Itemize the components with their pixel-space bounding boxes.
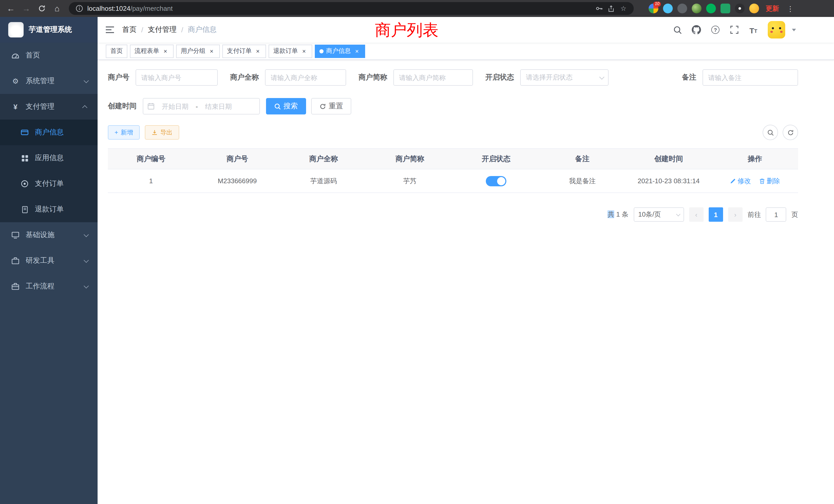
tab-process-form[interactable]: 流程表单× bbox=[130, 44, 174, 58]
extension-icon[interactable] bbox=[721, 4, 730, 13]
extension-icon[interactable]: 10 bbox=[649, 4, 658, 13]
sidebar-item-label: 研发工具 bbox=[26, 256, 54, 265]
help-icon[interactable]: ? bbox=[711, 25, 720, 35]
browser-profile-avatar[interactable] bbox=[749, 4, 759, 13]
prev-page-button[interactable]: ‹ bbox=[689, 207, 704, 222]
hamburger-icon[interactable] bbox=[105, 25, 115, 35]
tab-close-icon[interactable]: × bbox=[353, 47, 360, 55]
merchant-no-input[interactable] bbox=[136, 69, 218, 86]
address-bar[interactable]: localhost:1024/pay/merchant ☆ bbox=[69, 2, 634, 15]
share-icon[interactable] bbox=[607, 4, 615, 13]
right-toolbar bbox=[763, 125, 798, 140]
search-form-row-1: 商户号 商户全称 商户简称 开启状态 请选择开启状态 bbox=[108, 69, 798, 86]
edit-button[interactable]: 修改 bbox=[730, 176, 751, 186]
status-select[interactable]: 请选择开启状态 bbox=[520, 69, 609, 86]
chevron-down-icon bbox=[84, 232, 89, 237]
status-toggle[interactable] bbox=[486, 176, 506, 186]
tab-pay-order[interactable]: 支付订单× bbox=[222, 44, 266, 58]
column-header: 创建时间 bbox=[626, 148, 712, 169]
sidebar-item-infrastructure[interactable]: 基础设施 bbox=[0, 222, 97, 248]
sidebar-item-system[interactable]: ⚙ 系统管理 bbox=[0, 68, 97, 94]
document-icon bbox=[21, 205, 29, 213]
tab-close-icon[interactable]: × bbox=[162, 47, 169, 55]
tab-user-group[interactable]: 用户分组× bbox=[176, 44, 220, 58]
github-icon[interactable] bbox=[692, 25, 701, 35]
breadcrumb-item[interactable]: 支付管理 bbox=[148, 25, 177, 35]
logo-avatar-image bbox=[8, 22, 24, 38]
sidebar-item-label: 支付管理 bbox=[26, 102, 54, 111]
page-content: 商户号 商户全称 商户简称 开启状态 请选择开启状态 bbox=[97, 60, 834, 504]
tab-close-icon[interactable]: × bbox=[254, 47, 261, 55]
site-info-icon[interactable] bbox=[75, 4, 83, 13]
tab-home[interactable]: 首页 bbox=[106, 44, 127, 58]
column-header: 商户号 bbox=[194, 148, 280, 169]
reset-button[interactable]: 重置 bbox=[311, 98, 351, 114]
browser-menu-icon[interactable]: ⋮ bbox=[787, 4, 794, 13]
font-size-icon[interactable]: TT bbox=[749, 25, 758, 35]
search-icon[interactable] bbox=[673, 25, 682, 35]
sidebar-item-merchant-info[interactable]: 商户信息 bbox=[0, 120, 97, 145]
tab-merchant-info[interactable]: 商户信息× bbox=[315, 44, 365, 58]
tab-close-icon[interactable]: × bbox=[301, 47, 308, 55]
browser-reload-icon[interactable] bbox=[35, 2, 48, 15]
sidebar-item-home[interactable]: 首页 bbox=[0, 43, 97, 68]
full-name-input[interactable] bbox=[265, 69, 346, 86]
refresh-button[interactable] bbox=[783, 125, 798, 140]
goto-page-input[interactable] bbox=[766, 207, 787, 222]
sidebar-item-refund-order[interactable]: 退款订单 bbox=[0, 197, 97, 222]
sidebar-item-app-info[interactable]: 应用信息 bbox=[0, 145, 97, 171]
pagination: 共 1 条 10条/页 ‹ 1 › 前往 页 bbox=[108, 207, 798, 222]
toggle-search-button[interactable] bbox=[763, 125, 778, 140]
browser-home-icon[interactable]: ⌂ bbox=[50, 2, 64, 15]
extension-icon[interactable] bbox=[677, 4, 687, 13]
add-button[interactable]: + 新增 bbox=[108, 125, 140, 140]
fullscreen-icon[interactable] bbox=[730, 25, 739, 35]
remark-input[interactable] bbox=[703, 69, 798, 86]
tab-close-icon[interactable]: × bbox=[208, 47, 215, 55]
delete-button[interactable]: 删除 bbox=[759, 176, 780, 186]
create-time-label: 创建时间 bbox=[108, 101, 137, 111]
url-text[interactable]: localhost:1024/pay/merchant bbox=[87, 5, 591, 12]
breadcrumb-item[interactable]: 首页 bbox=[122, 25, 137, 35]
sidebar-item-payment[interactable]: ¥ 支付管理 bbox=[0, 94, 97, 120]
monitor-icon bbox=[11, 231, 20, 239]
caret-down-icon[interactable] bbox=[792, 28, 796, 31]
browser-back-icon[interactable]: ← bbox=[4, 2, 18, 15]
sidebar-item-label: 基础设施 bbox=[26, 230, 54, 240]
column-header: 操作 bbox=[712, 148, 798, 169]
password-key-icon[interactable] bbox=[595, 4, 603, 13]
date-range-picker[interactable]: - bbox=[143, 98, 260, 114]
export-button[interactable]: 导出 bbox=[145, 125, 179, 140]
start-date-input[interactable] bbox=[157, 102, 194, 110]
merchant-table: 商户编号 商户号 商户全称 商户简称 开启状态 备注 创建时间 操作 1 bbox=[108, 148, 798, 193]
chevron-up-icon bbox=[82, 105, 87, 110]
sidebar-item-dev-tools[interactable]: 研发工具 bbox=[0, 248, 97, 274]
sidebar-item-label: 应用信息 bbox=[35, 154, 64, 163]
sidebar-item-workflow[interactable]: 工作流程 bbox=[0, 274, 97, 299]
app-logo[interactable]: 芋道管理系统 bbox=[0, 17, 97, 43]
full-name-label: 商户全称 bbox=[230, 73, 259, 82]
merchant-card-icon bbox=[21, 128, 29, 137]
extension-icon[interactable] bbox=[706, 4, 716, 13]
end-date-input[interactable] bbox=[200, 102, 237, 110]
browser-update-button[interactable]: 更新 bbox=[766, 4, 779, 13]
column-header: 商户编号 bbox=[108, 148, 194, 169]
breadcrumb: 首页 / 支付管理 / 商户信息 bbox=[122, 25, 217, 35]
tab-refund-order[interactable]: 退款订单× bbox=[269, 44, 312, 58]
browser-forward-icon[interactable]: → bbox=[20, 2, 33, 15]
page-size-select[interactable]: 10条/页 bbox=[634, 207, 684, 222]
sidebar-item-pay-order[interactable]: 支付订单 bbox=[0, 171, 97, 197]
search-button[interactable]: 搜索 bbox=[266, 98, 306, 114]
next-page-button[interactable]: › bbox=[728, 207, 743, 222]
page-number-button[interactable]: 1 bbox=[709, 207, 723, 222]
table-row: 1 M233666999 芋道源码 芋艿 我是备注 2021-10-23 08:… bbox=[108, 169, 798, 193]
record-circle-icon bbox=[21, 180, 29, 188]
extension-icon[interactable] bbox=[692, 4, 702, 13]
user-avatar[interactable] bbox=[768, 21, 785, 39]
short-name-input[interactable] bbox=[393, 69, 473, 86]
extension-icon[interactable] bbox=[663, 4, 673, 13]
cell-merchant-no: M233666999 bbox=[194, 169, 280, 193]
bookmark-star-icon[interactable]: ☆ bbox=[619, 4, 628, 13]
briefcase-icon bbox=[11, 282, 20, 291]
extension-icon[interactable] bbox=[735, 4, 745, 13]
